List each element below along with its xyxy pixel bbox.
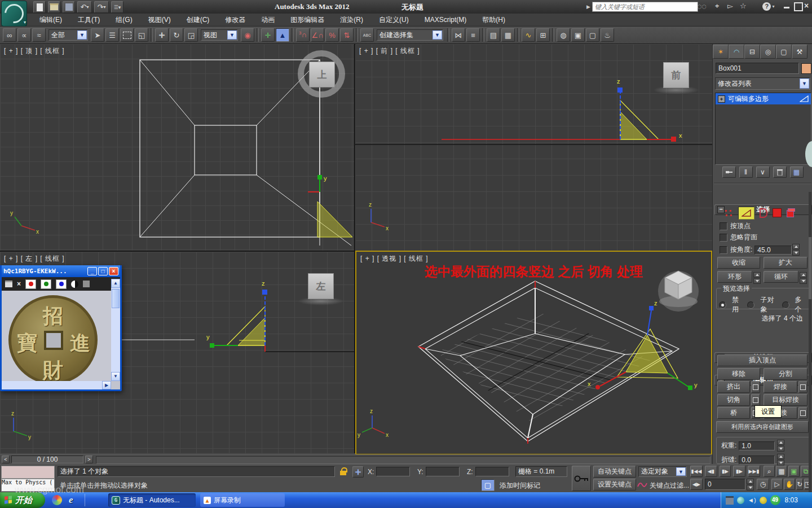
loop-spinner[interactable] xyxy=(800,272,807,284)
coin-vertical-scrollbar[interactable]: ▲ ▼ xyxy=(111,279,120,381)
remove-modifier-button[interactable] xyxy=(773,167,787,178)
next-frame-button[interactable]: ▮▶ xyxy=(733,466,745,477)
scroll-thumb[interactable] xyxy=(112,289,120,308)
blue-channel-button[interactable] xyxy=(56,279,67,289)
graphite-ribbon-button[interactable]: ▦ xyxy=(501,28,515,42)
panel-scrollbar[interactable] xyxy=(809,192,811,506)
viewcube-front[interactable]: 前 xyxy=(663,62,689,88)
grow-button[interactable]: 扩大 xyxy=(764,257,807,269)
by-vertex-checkbox[interactable] xyxy=(720,222,727,230)
selection-filter-dropdown[interactable]: 全部 ▼ xyxy=(48,29,88,41)
rectangular-selection-region-button[interactable] xyxy=(120,28,134,42)
crease-field[interactable]: 0.0 xyxy=(739,456,775,465)
coin-horizontal-scrollbar[interactable]: ▶ xyxy=(2,381,111,389)
bind-to-spacewarp-button[interactable]: ≈ xyxy=(32,28,46,42)
tab-utilities[interactable]: ⚒ xyxy=(792,45,807,59)
object-color-swatch[interactable] xyxy=(801,63,811,74)
insert-vertex-button[interactable]: 插入顶点 xyxy=(717,354,807,366)
extrude-button[interactable]: 挤出 xyxy=(717,381,750,393)
use-pivot-center-button[interactable]: ◉ xyxy=(241,28,254,42)
menu-help[interactable]: 帮助(H) xyxy=(474,15,513,25)
angle-snap-button[interactable]: ∠∩ xyxy=(311,28,324,42)
weld-settings-button[interactable] xyxy=(798,381,807,393)
ignore-backfacing-checkbox[interactable] xyxy=(720,234,727,242)
pin-stack-button[interactable] xyxy=(722,167,736,178)
snaps-toggle-button[interactable]: 3∩ xyxy=(296,28,310,42)
coin-maximize-button[interactable]: □ xyxy=(98,267,108,275)
red-channel-button[interactable] xyxy=(25,279,36,289)
zoom-button[interactable]: ⌕ xyxy=(764,466,775,477)
modifier-stack-selected-row[interactable]: + 可编辑多边形 xyxy=(716,93,811,104)
selection-lock-button[interactable] xyxy=(338,467,348,477)
communication-center-icon[interactable]: ⌖ xyxy=(715,2,719,11)
border-subobject-button[interactable] xyxy=(760,208,767,217)
target-weld-button[interactable]: 目标焊接 xyxy=(764,394,807,406)
crease-spinner[interactable] xyxy=(777,454,784,466)
auto-key-button[interactable]: 自动关键点 xyxy=(593,466,636,478)
scroll-up-button[interactable]: ▲ xyxy=(111,279,120,288)
menu-rendering[interactable]: 渲染(R) xyxy=(332,15,371,25)
select-and-scale-button[interactable]: ◲ xyxy=(184,28,198,42)
redo-button[interactable]: ↷▾ xyxy=(94,1,109,13)
zoom-all-button[interactable]: ▦ xyxy=(776,466,787,477)
go-to-end-button[interactable]: ▶▶▮ xyxy=(748,466,760,477)
maxscript-mini-listener-pink[interactable] xyxy=(1,466,55,479)
subscription-icon[interactable]: ▻ xyxy=(727,2,733,10)
favorites-star-icon[interactable]: ☆ xyxy=(740,2,747,10)
menu-create[interactable]: 创建(C) xyxy=(179,15,218,25)
edge-subobject-button[interactable] xyxy=(738,207,754,220)
ring-spinner[interactable] xyxy=(753,272,761,284)
expand-plus-icon[interactable]: + xyxy=(718,95,725,103)
menu-graph-editors[interactable]: 图形编辑器 xyxy=(283,15,332,25)
menu-maxscript[interactable]: MAXScript(M) xyxy=(417,16,475,24)
coin-close-button[interactable]: × xyxy=(109,267,118,275)
select-object-button[interactable]: ➤ xyxy=(91,28,104,42)
tray-antivirus-icon[interactable] xyxy=(760,497,767,504)
tray-clock[interactable]: 8:03 xyxy=(785,496,798,504)
select-and-move-button[interactable]: ✛ xyxy=(155,28,169,42)
menu-customize[interactable]: 自定义(U) xyxy=(371,15,417,25)
help-button[interactable]: ? ▾ xyxy=(760,1,777,11)
unlink-selection-button[interactable]: ∝ xyxy=(17,28,31,42)
coin-image-window[interactable]: hQc1RBYG-EKEkW... _ □ × × 招 進 財 寶 xyxy=(0,265,122,391)
scroll-down-button[interactable]: ▼ xyxy=(111,372,120,381)
close-button[interactable]: × xyxy=(804,1,809,10)
shrink-button[interactable]: 收缩 xyxy=(717,257,760,269)
viewcube-left[interactable]: 左 xyxy=(308,273,334,299)
extrude-settings-button[interactable] xyxy=(751,381,760,393)
isolate-selection-button[interactable]: ▢ xyxy=(481,479,495,491)
frame-back-button[interactable]: < xyxy=(2,456,10,463)
time-slider-frame-display[interactable]: 0 / 100 xyxy=(11,456,83,463)
polygon-subobject-button[interactable] xyxy=(773,208,782,217)
by-angle-checkbox[interactable] xyxy=(720,246,727,254)
viewport-persp-label[interactable]: [ + ] [ 透视 ] [ 线框 ] xyxy=(360,254,429,264)
search-icon[interactable]: ◌◌ xyxy=(697,2,707,11)
loop-button[interactable]: 循环 xyxy=(764,271,798,283)
delete-icon[interactable]: × xyxy=(17,280,21,288)
add-time-tag-button[interactable]: 添加时间标记 xyxy=(500,481,540,491)
undo-button[interactable]: ↶▾ xyxy=(77,1,92,13)
material-editor-button[interactable]: ◍ xyxy=(557,28,570,42)
quicklaunch-ie-icon[interactable]: e xyxy=(69,494,73,506)
tab-create[interactable]: ✶ xyxy=(713,45,729,59)
tray-media-icon[interactable] xyxy=(726,496,734,505)
tab-motion[interactable]: ◎ xyxy=(760,45,776,59)
tray-volume-icon[interactable]: ◄) xyxy=(748,497,756,503)
print-icon[interactable] xyxy=(5,281,12,287)
zoom-extents-button[interactable]: ▣ xyxy=(788,466,800,477)
by-vertex-row[interactable]: 按顶点 xyxy=(720,221,751,231)
scroll-right-button[interactable]: ▶ xyxy=(102,381,111,389)
weld-button[interactable]: 焊接 xyxy=(764,381,797,393)
viewport-perspective[interactable]: [ + ] [ 透视 ] [ 线框 ] 选中最外面的四条竖边 之后 切角 处理 xyxy=(355,251,712,455)
previous-frame-button[interactable]: ◀▮ xyxy=(705,466,717,477)
render-setup-button[interactable]: ▣ xyxy=(571,28,585,42)
mono-channel-button[interactable] xyxy=(83,281,90,287)
menu-animation[interactable]: 动画 xyxy=(253,15,283,25)
ring-button[interactable]: 环形 xyxy=(717,271,752,283)
bridge-button[interactable]: 桥 xyxy=(717,407,750,419)
time-configuration-button[interactable]: ◷ xyxy=(757,479,769,490)
select-and-manipulate-button[interactable]: ✛ xyxy=(261,28,275,42)
chamfer-settings-button[interactable] xyxy=(751,394,760,406)
angle-value-field[interactable]: 45.0 xyxy=(754,246,792,255)
tab-modify[interactable]: ◠ xyxy=(729,45,744,59)
